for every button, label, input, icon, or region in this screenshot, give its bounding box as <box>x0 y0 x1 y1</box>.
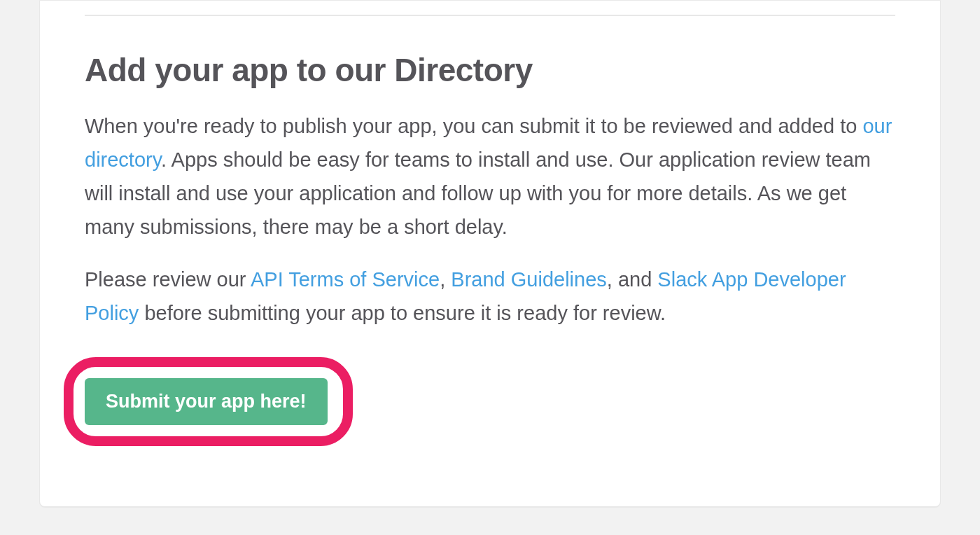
section-heading: Add your app to our Directory <box>85 51 895 89</box>
page-background: Add your app to our Directory When you'r… <box>0 0 980 535</box>
submit-app-button[interactable]: Submit your app here! <box>85 378 328 425</box>
review-prefix: Please review our <box>85 268 251 291</box>
brand-guidelines-link[interactable]: Brand Guidelines <box>451 268 606 291</box>
intro-text-after: . Apps should be easy for teams to insta… <box>85 148 871 238</box>
sep1: , <box>440 268 451 291</box>
intro-text-before: When you're ready to publish your app, y… <box>85 115 862 137</box>
review-suffix: before submitting your app to ensure it … <box>139 302 666 324</box>
intro-paragraph: When you're ready to publish your app, y… <box>85 110 895 244</box>
content-card: Add your app to our Directory When you'r… <box>39 0 941 507</box>
cta-highlight-ring: Submit your app here! <box>64 357 353 446</box>
api-terms-link[interactable]: API Terms of Service <box>251 268 440 291</box>
sep2: , and <box>607 268 658 291</box>
section-divider <box>85 15 895 16</box>
review-paragraph: Please review our API Terms of Service, … <box>85 263 895 331</box>
